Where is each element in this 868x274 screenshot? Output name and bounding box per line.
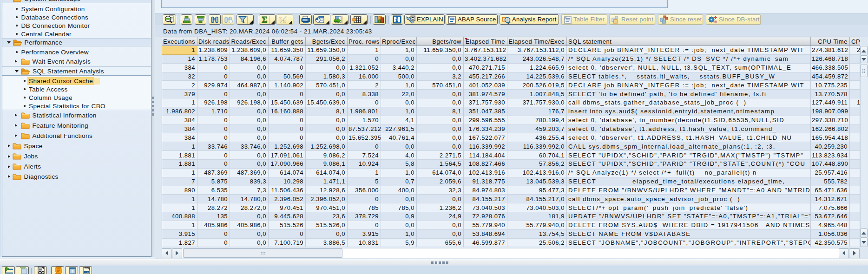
- svg-text:Σ: Σ: [279, 16, 282, 21]
- svg-text:Σ: Σ: [262, 16, 267, 24]
